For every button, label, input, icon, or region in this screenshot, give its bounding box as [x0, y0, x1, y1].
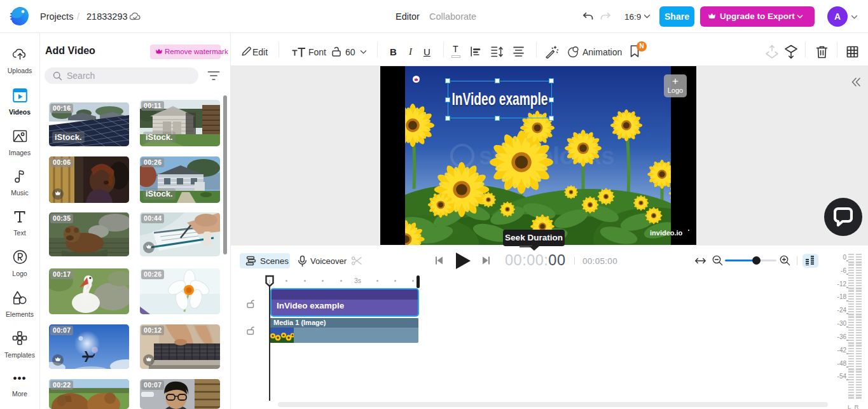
- svg-text:invideo.io: invideo.io: [650, 229, 683, 237]
